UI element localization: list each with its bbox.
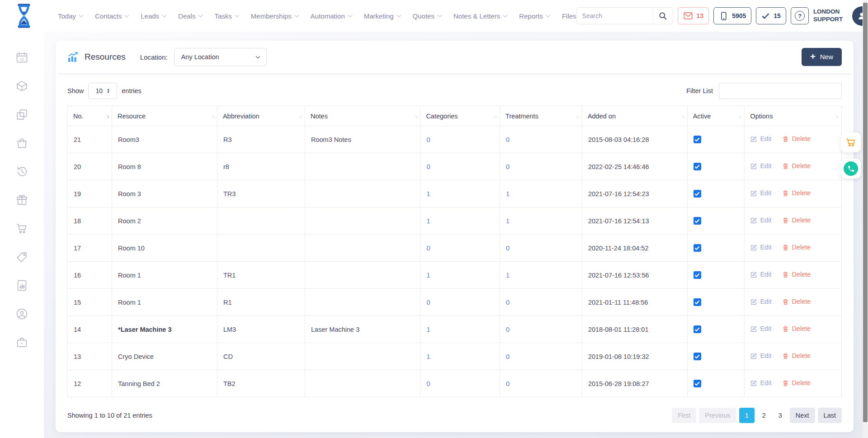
phone-floating-button[interactable] (841, 159, 861, 179)
column-header-active[interactable]: Active↑↓ (687, 106, 745, 126)
column-header-no-[interactable]: No.↑↓ (68, 106, 112, 126)
page-button-3[interactable]: 3 (774, 408, 787, 423)
sidebar-item-report[interactable] (16, 279, 28, 292)
sidebar-item-package[interactable] (16, 80, 28, 92)
help-button[interactable]: ? (791, 7, 809, 24)
delete-button[interactable]: Delete (782, 298, 811, 305)
categories-count-link[interactable]: 0 (426, 136, 430, 143)
new-resource-button[interactable]: + New (802, 48, 842, 66)
delete-button[interactable]: Delete (782, 244, 811, 251)
nav-item-files[interactable]: Files (562, 12, 576, 20)
page-button-first[interactable]: First (672, 408, 696, 423)
categories-count-link[interactable]: 1 (426, 353, 430, 360)
categories-count-link[interactable]: 1 (426, 272, 430, 279)
edit-button[interactable]: Edit (750, 135, 771, 142)
page-button-next[interactable]: Next (790, 408, 815, 423)
treatments-count-link[interactable]: 1 (506, 272, 509, 279)
categories-count-link[interactable]: 1 (426, 190, 430, 198)
treatments-count-link[interactable]: 0 (506, 380, 509, 387)
treatments-count-link[interactable]: 0 (506, 245, 509, 252)
treatments-count-link[interactable]: 0 (506, 136, 509, 143)
nav-item-contacts[interactable]: Contacts (95, 12, 128, 20)
treatments-count-link[interactable]: 0 (506, 163, 509, 170)
active-checkbox[interactable] (693, 217, 701, 225)
nav-item-today[interactable]: Today (58, 12, 83, 20)
categories-count-link[interactable]: 0 (426, 299, 430, 306)
edit-button[interactable]: Edit (750, 298, 771, 305)
cart-floating-button[interactable] (841, 132, 861, 152)
sidebar-item-bag[interactable] (16, 137, 28, 149)
delete-button[interactable]: Delete (782, 379, 811, 386)
edit-button[interactable]: Edit (750, 325, 771, 332)
column-header-options[interactable]: Options↑↓ (745, 106, 842, 126)
edit-button[interactable]: Edit (750, 189, 771, 197)
nav-item-tasks[interactable]: Tasks (214, 12, 238, 20)
sidebar-item-history[interactable] (16, 165, 28, 178)
edit-button[interactable]: Edit (750, 352, 771, 359)
column-header-resource[interactable]: Resource↑↓ (112, 106, 217, 126)
categories-count-link[interactable]: 1 (426, 326, 430, 333)
page-button-2[interactable]: 2 (757, 408, 771, 423)
mail-notifications-badge[interactable]: 13 (678, 7, 709, 24)
active-checkbox[interactable] (693, 271, 701, 279)
edit-button[interactable]: Edit (750, 271, 771, 278)
categories-count-link[interactable]: 0 (426, 380, 430, 387)
column-header-abbreviation[interactable]: Abbreviation↑↓ (217, 106, 305, 126)
categories-count-link[interactable]: 0 (426, 245, 430, 252)
categories-count-link[interactable]: 1 (426, 217, 430, 225)
sidebar-item-calendar[interactable]: 12 (16, 52, 28, 64)
delete-button[interactable]: Delete (782, 189, 811, 197)
active-checkbox[interactable] (693, 244, 701, 252)
page-button-previous[interactable]: Previous (699, 408, 736, 423)
treatments-count-link[interactable]: 1 (506, 217, 509, 225)
sidebar-item-cart[interactable] (16, 222, 28, 235)
sidebar-item-case[interactable] (16, 336, 28, 349)
delete-button[interactable]: Delete (782, 217, 811, 224)
delete-button[interactable]: Delete (782, 135, 811, 142)
active-checkbox[interactable] (693, 190, 701, 198)
edit-button[interactable]: Edit (750, 217, 771, 224)
active-checkbox[interactable] (693, 163, 701, 170)
page-size-select[interactable]: 10 ▲▼ (88, 83, 117, 99)
treatments-count-link[interactable]: 0 (506, 353, 509, 360)
treatments-count-link[interactable]: 1 (506, 190, 509, 198)
column-header-treatments[interactable]: Treatments↑↓ (500, 106, 582, 126)
active-checkbox[interactable] (693, 298, 701, 306)
active-checkbox[interactable] (693, 353, 701, 360)
nav-item-automation[interactable]: Automation (311, 12, 352, 20)
delete-button[interactable]: Delete (782, 271, 811, 278)
scrollbar-thumb[interactable] (863, 3, 868, 422)
nav-item-reports[interactable]: Reports (519, 12, 550, 20)
phone-notifications-badge[interactable]: 5905 (713, 7, 751, 24)
edit-button[interactable]: Edit (750, 162, 771, 170)
delete-button[interactable]: Delete (782, 352, 811, 359)
column-header-added-on[interactable]: Added on↑↓ (582, 106, 687, 126)
column-header-categories[interactable]: Categories↑↓ (420, 106, 500, 126)
sidebar-item-tag[interactable] (16, 251, 28, 263)
search-input[interactable] (577, 8, 653, 24)
treatments-count-link[interactable]: 0 (506, 326, 509, 333)
nav-item-memberships[interactable]: Memberships (251, 12, 298, 20)
nav-item-leads[interactable]: Leads (141, 12, 166, 20)
delete-button[interactable]: Delete (782, 162, 811, 170)
sidebar-item-support[interactable] (16, 308, 28, 320)
nav-item-deals[interactable]: Deals (178, 12, 202, 20)
page-button-1[interactable]: 1 (739, 408, 755, 423)
edit-button[interactable]: Edit (750, 379, 771, 386)
app-logo[interactable] (14, 3, 34, 28)
categories-count-link[interactable]: 0 (426, 163, 430, 170)
nav-item-marketing[interactable]: Marketing (364, 12, 401, 20)
search-button[interactable] (653, 8, 673, 24)
filter-input[interactable] (719, 83, 842, 99)
sidebar-item-gift[interactable] (16, 194, 28, 206)
nav-item-quotes[interactable]: Quotes (413, 12, 441, 20)
nav-item-notes-letters[interactable]: Notes & Letters (453, 12, 507, 20)
tasks-badge[interactable]: 15 (756, 7, 786, 24)
edit-button[interactable]: Edit (750, 244, 771, 251)
delete-button[interactable]: Delete (782, 325, 811, 332)
location-select[interactable]: Any Location (174, 48, 267, 66)
active-checkbox[interactable] (693, 325, 701, 333)
treatments-count-link[interactable]: 0 (506, 299, 509, 306)
active-checkbox[interactable] (693, 380, 701, 387)
page-button-last[interactable]: Last (818, 408, 842, 423)
